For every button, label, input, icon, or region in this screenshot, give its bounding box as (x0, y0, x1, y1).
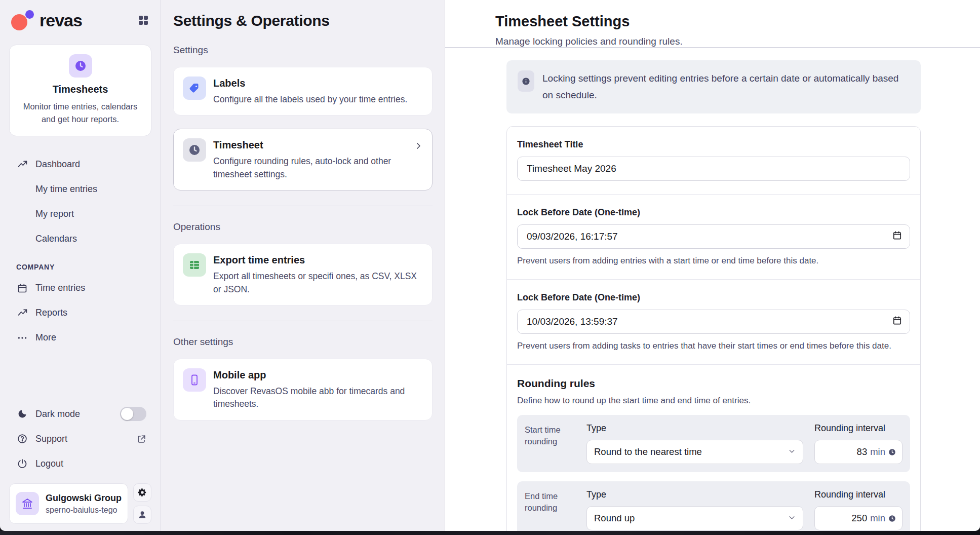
timesheet-card-description: Configure rounding rules, auto-lock and … (213, 155, 410, 181)
export-card-title: Export time entries (213, 254, 423, 266)
locking-info-banner: Locking settings prevent editing entries… (506, 60, 921, 113)
divider (173, 321, 433, 321)
export-card-description: Export all timesheets or specifi ones, a… (213, 270, 423, 296)
sidebar-item-support[interactable]: Support (9, 429, 151, 449)
app-card-title: Timesheets (17, 84, 144, 95)
timesheet-card[interactable]: Timesheet Configure rounding rules, auto… (173, 129, 433, 190)
app-card-description: Monitor time entries, calendars and get … (17, 100, 144, 126)
start-rounding-type-select[interactable]: Round to the nearest time (586, 440, 803, 464)
sidebar-item-dashboard[interactable]: Dashboard (9, 155, 151, 175)
org-slug: sperno-baiulus-tego (46, 506, 122, 515)
bank-icon (16, 492, 39, 515)
app-window: revas Timesheets Monitor time entries, c… (0, 0, 980, 531)
rounding-rules-subtitle: Define how to round up the start time an… (517, 396, 910, 406)
timesheet-card-title: Timesheet (213, 139, 410, 151)
brand-name: revas (40, 11, 82, 30)
brand-logo[interactable]: revas (11, 10, 82, 30)
company-section-label: COMPANY (9, 263, 151, 271)
trend-up-icon (16, 307, 28, 319)
sidebar-item-my-time-entries[interactable]: My time entries (9, 179, 151, 200)
trend-up-icon (16, 159, 28, 171)
clock-icon (888, 448, 896, 456)
timesheets-clock-icon (69, 54, 92, 78)
org-name: Gulgowski Group (46, 493, 122, 504)
power-icon (16, 457, 28, 470)
gear-icon (137, 487, 147, 498)
panel-title: Settings & Operations (173, 12, 433, 29)
sidebar: revas Timesheets Monitor time entries, c… (0, 0, 161, 531)
timesheet-settings-form: Timesheet Title Lock Before Date (One-ti… (506, 126, 921, 531)
sidebar-nav: Dashboard My time entries My report Cale… (9, 155, 151, 353)
end-rounding-label: End time rounding (525, 489, 575, 530)
org-card[interactable]: Gulgowski Group sperno-baiulus-tego (9, 483, 128, 524)
sidebar-item-my-report[interactable]: My report (9, 204, 151, 224)
lock2-label: Lock Before Date (One-time) (517, 292, 910, 303)
settings-section-label: Settings (173, 45, 433, 56)
org-user-button[interactable] (133, 506, 151, 524)
timesheet-title-input[interactable] (517, 157, 910, 181)
type-label: Type (586, 489, 803, 500)
moon-icon (16, 408, 28, 420)
lock-before-date-2-section: Lock Before Date (One-time) Prevent user… (507, 280, 920, 365)
clock-icon (183, 138, 206, 162)
lock1-helper-text: Prevent users from adding entries with a… (517, 256, 910, 266)
apps-grid-icon[interactable] (138, 15, 148, 25)
calendar-picker-icon[interactable] (892, 316, 902, 327)
main-header: Timesheet Settings Manage locking polici… (445, 0, 980, 48)
labels-card[interactable]: Labels Configure all the labels used by … (173, 67, 433, 116)
rounding-interval-label: Rounding interval (814, 489, 903, 500)
end-time-rounding-row: End time rounding Type Round up Ro (517, 481, 910, 531)
lock1-label: Lock Before Date (One-time) (517, 207, 910, 218)
banner-text: Locking settings prevent editing entries… (542, 70, 910, 103)
sidebar-item-calendars[interactable]: Calendars (9, 229, 151, 249)
rounding-rules-title: Rounding rules (517, 377, 910, 390)
ellipsis-icon (16, 332, 28, 344)
labels-card-title: Labels (213, 78, 423, 89)
lock-before-date-1-section: Lock Before Date (One-time) Prevent user… (507, 195, 920, 280)
mobile-app-card[interactable]: Mobile app Discover RevasOS mobile abb f… (173, 359, 433, 421)
dark-mode-toggle[interactable] (120, 407, 146, 421)
sidebar-item-logout[interactable]: Logout (9, 453, 151, 474)
dark-mode-label: Dark mode (35, 409, 80, 419)
chevron-right-icon (414, 141, 423, 152)
other-settings-section-label: Other settings (173, 336, 433, 348)
divider (173, 206, 433, 206)
chevron-down-icon (788, 446, 796, 457)
external-link-icon[interactable] (137, 434, 146, 444)
lock1-datetime-input[interactable] (517, 224, 910, 249)
start-rounding-label: Start time rounding (525, 423, 575, 464)
page-subtitle: Manage locking policies and rounding rul… (495, 36, 980, 47)
info-icon (518, 70, 534, 92)
operations-section-label: Operations (173, 221, 433, 233)
chevron-down-icon (788, 513, 796, 524)
start-rounding-interval-input[interactable]: 83 min (814, 440, 903, 464)
help-icon (16, 433, 28, 445)
type-label: Type (586, 423, 803, 434)
lock2-helper-text: Prevent users from adding tasks to entri… (517, 341, 910, 351)
person-icon (137, 510, 147, 520)
sidebar-item-reports[interactable]: Reports (9, 303, 151, 323)
sidebar-item-more[interactable]: More (9, 328, 151, 348)
smartphone-icon (183, 368, 206, 392)
settings-operations-panel: Settings & Operations Settings Labels Co… (161, 0, 445, 531)
end-rounding-type-select[interactable]: Round up (586, 506, 803, 530)
sidebar-item-time-entries[interactable]: Time entries (9, 278, 151, 298)
current-app-card[interactable]: Timesheets Monitor time entries, calenda… (9, 45, 151, 136)
labels-card-description: Configure all the labels used by your ti… (213, 93, 423, 106)
clock-icon (888, 515, 896, 522)
spreadsheet-icon (183, 253, 206, 277)
page-title: Timesheet Settings (495, 13, 980, 30)
org-settings-button[interactable] (133, 483, 151, 502)
timesheet-title-label: Timesheet Title (517, 139, 910, 150)
desktop-background-strip (0, 531, 980, 535)
rounding-rules-section: Rounding rules Define how to round up th… (507, 365, 920, 531)
calendar-picker-icon[interactable] (892, 231, 902, 242)
timesheet-settings-panel: Timesheet Settings Manage locking polici… (445, 0, 980, 531)
mobile-card-title: Mobile app (213, 369, 423, 381)
export-card[interactable]: Export time entries Export all timesheet… (173, 244, 433, 305)
rounding-interval-label: Rounding interval (814, 423, 903, 434)
end-rounding-interval-input[interactable]: 250 min (814, 506, 903, 530)
timesheet-title-section: Timesheet Title (507, 127, 920, 195)
tag-icon (183, 77, 206, 100)
lock2-datetime-input[interactable] (517, 310, 910, 334)
